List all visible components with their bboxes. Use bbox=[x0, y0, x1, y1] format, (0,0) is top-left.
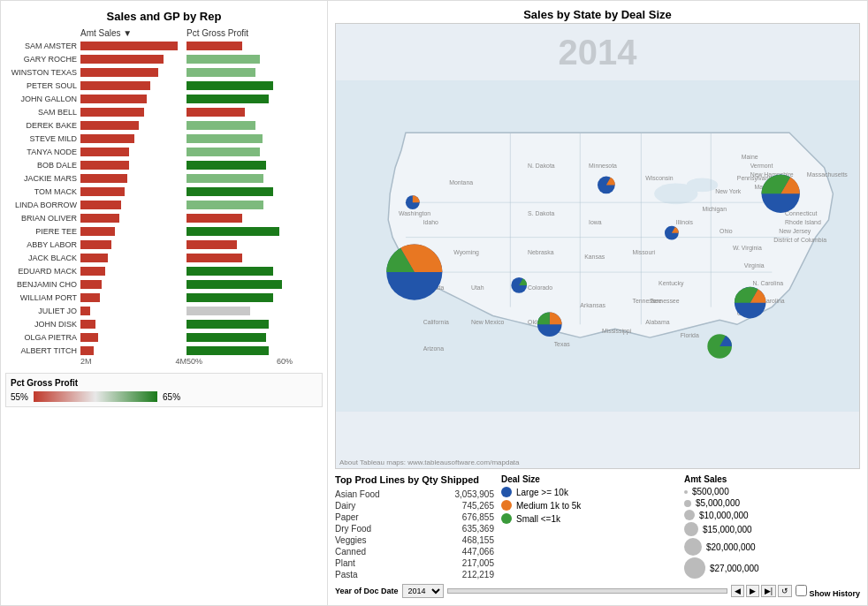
amt-label: $27,000,000 bbox=[710, 564, 759, 573]
sales-bar-section bbox=[80, 147, 187, 157]
profit-bar-section bbox=[187, 107, 293, 117]
svg-text:Texas: Texas bbox=[554, 341, 571, 347]
profit-bar-section bbox=[187, 239, 293, 250]
svg-text:Washington: Washington bbox=[399, 210, 430, 217]
svg-text:Missouri: Missouri bbox=[632, 249, 655, 255]
svg-text:New Mexico: New Mexico bbox=[471, 319, 505, 325]
amt-legend-item: $27,000,000 bbox=[684, 557, 860, 579]
main-container: Sales and GP by Rep Amt Sales ▼ Pct Gros… bbox=[0, 0, 868, 606]
right-panel: Sales by State by Deal Size 2014 bbox=[328, 1, 867, 605]
bar-row: ABBY LABOR bbox=[5, 239, 323, 251]
sales-bar bbox=[80, 81, 150, 90]
profit-bar-section bbox=[187, 213, 293, 223]
size-circle bbox=[684, 522, 698, 536]
rep-name: OLGA PIETRA bbox=[5, 333, 80, 342]
end-button[interactable]: ▶| bbox=[761, 585, 776, 597]
product-value: 676,855 bbox=[462, 512, 494, 522]
svg-text:Mississippi: Mississippi bbox=[602, 328, 632, 335]
deal-label: Medium 1k to 5k bbox=[516, 501, 581, 511]
timeline-slider-container bbox=[447, 588, 727, 594]
svg-text:Alabama: Alabama bbox=[645, 319, 669, 325]
bar-rows: SAM AMSTERGARY ROCHEWINSTON TEXASPETER S… bbox=[5, 40, 323, 357]
sales-bar bbox=[80, 254, 108, 262]
profit-bar-section bbox=[187, 120, 293, 131]
left-chart-title: Sales and GP by Rep bbox=[5, 10, 323, 23]
play-button[interactable]: ▶ bbox=[746, 585, 759, 597]
profit-bar-section bbox=[187, 147, 293, 157]
profit-bar bbox=[187, 81, 273, 90]
sales-bar-section bbox=[80, 80, 187, 91]
product-value: 447,066 bbox=[462, 547, 494, 557]
profit-bar bbox=[187, 346, 269, 355]
bar-row: WILLIAM PORT bbox=[5, 292, 323, 304]
amt-legend-item: $15,000,000 bbox=[684, 522, 860, 536]
amt-legend-items: $500,000$5,000,000$10,000,000$15,000,000… bbox=[684, 487, 860, 579]
rep-name: ALBERT TITCH bbox=[5, 346, 80, 355]
sales-bar-section bbox=[80, 253, 187, 263]
sales-bar bbox=[80, 121, 139, 130]
deal-legend-items: Large >= 10kMedium 1k to 5kSmall <=1k bbox=[501, 487, 677, 524]
year-select[interactable]: 2014 2013 2015 bbox=[402, 584, 444, 598]
sales-bar bbox=[80, 320, 95, 329]
sales-bar-section bbox=[80, 279, 187, 290]
profit-bar bbox=[187, 254, 242, 262]
svg-text:Wisconsin: Wisconsin bbox=[645, 176, 674, 182]
bar-row: JACKIE MARS bbox=[5, 172, 323, 185]
deal-legend-item: Large >= 10k bbox=[501, 487, 677, 497]
show-history-checkbox[interactable] bbox=[796, 585, 807, 596]
top-products: Top Prod Lines by Qty Shipped Asian Food… bbox=[335, 474, 494, 580]
profit-bar bbox=[187, 267, 273, 276]
profit-bar bbox=[187, 95, 269, 103]
bar-row: PETER SOUL bbox=[5, 80, 323, 92]
profit-bar bbox=[187, 161, 266, 170]
svg-point-2 bbox=[687, 178, 719, 193]
bar-row: PIERE TEE bbox=[5, 225, 323, 238]
timeline-slider[interactable] bbox=[447, 588, 727, 594]
profit-axis: 50% 60% bbox=[187, 357, 293, 366]
bar-row: WINSTON TEXAS bbox=[5, 66, 323, 79]
profit-bar bbox=[187, 307, 250, 315]
sales-bar bbox=[80, 333, 98, 342]
sales-bar bbox=[80, 201, 121, 209]
product-name: Pasta bbox=[335, 570, 358, 579]
deal-size-legend: Deal Size Large >= 10kMedium 1k to 5kSma… bbox=[501, 474, 677, 580]
sales-bar-section bbox=[80, 107, 187, 117]
sales-bar bbox=[80, 108, 144, 117]
sales-bar bbox=[80, 174, 127, 183]
profit-bar bbox=[187, 227, 279, 236]
profit-bar bbox=[187, 280, 282, 289]
product-value: 212,219 bbox=[462, 570, 494, 579]
sales-bar bbox=[80, 68, 158, 77]
bar-row: BRIAN OLIVER bbox=[5, 212, 323, 224]
bar-row: JULIET JO bbox=[5, 305, 323, 317]
bar-row: BENJAMIN CHO bbox=[5, 278, 323, 291]
rep-name: DEREK BAKE bbox=[5, 121, 80, 130]
svg-text:W. Virginia: W. Virginia bbox=[733, 245, 762, 252]
profit-bar-section bbox=[187, 266, 293, 276]
svg-text:Arkansas: Arkansas bbox=[580, 302, 605, 308]
rep-name: JOHN DISK bbox=[5, 320, 80, 329]
product-row: Asian Food3,053,905 bbox=[335, 489, 494, 500]
loop-button[interactable]: ↺ bbox=[778, 585, 792, 597]
sales-bar-section bbox=[80, 67, 187, 78]
map-container: 2014 Montana N. D bbox=[335, 23, 860, 469]
profit-bar bbox=[187, 121, 255, 130]
rep-name: BOB DALE bbox=[5, 161, 80, 170]
sales-bar bbox=[80, 148, 129, 156]
amt-sales-title: Amt Sales bbox=[684, 474, 860, 484]
deal-label: Small <=1k bbox=[516, 514, 560, 524]
bar-row: SAM AMSTER bbox=[5, 40, 323, 52]
prev-button[interactable]: ◀ bbox=[731, 585, 744, 597]
sales-bar bbox=[80, 346, 94, 355]
rep-name: EDUARD MACK bbox=[5, 267, 80, 276]
legend-high: 65% bbox=[163, 392, 180, 402]
amt-label: $500,000 bbox=[692, 487, 729, 496]
bar-row: EDUARD MACK bbox=[5, 265, 323, 277]
show-history-label: Show History bbox=[796, 585, 860, 598]
product-row: Veggies468,155 bbox=[335, 534, 494, 546]
profit-bar-section bbox=[187, 345, 293, 356]
sales-bar bbox=[80, 267, 105, 276]
deal-color-dot bbox=[501, 487, 512, 497]
axis-labels: 2M 4M 50% 60% bbox=[80, 357, 323, 366]
amt-legend-item: $10,000,000 bbox=[684, 510, 860, 520]
